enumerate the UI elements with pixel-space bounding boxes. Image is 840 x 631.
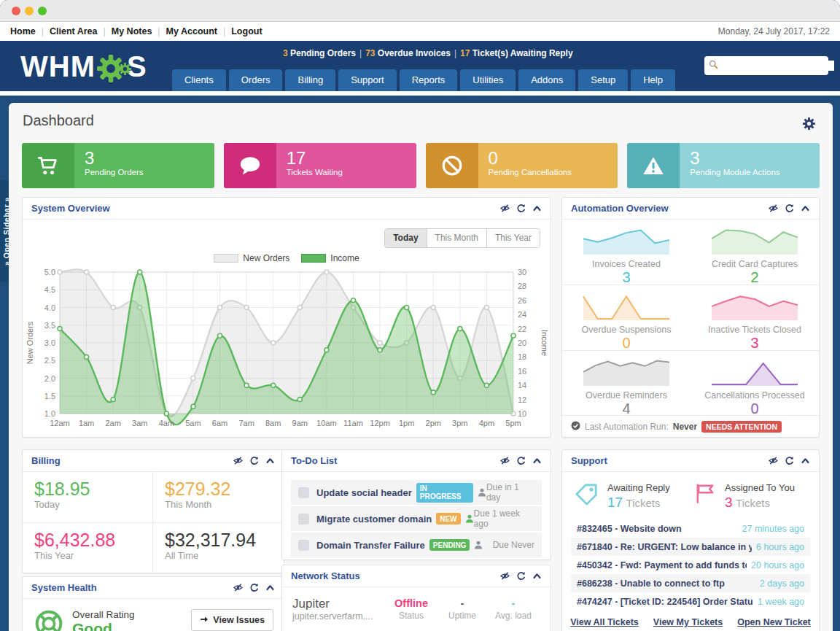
- svg-text:10am: 10am: [316, 419, 337, 427]
- server-row[interactable]: Jupiter jupiter.serverfarm.... Offline S…: [282, 587, 551, 631]
- tile-label: Inactive Tickets Closed: [691, 325, 819, 335]
- hide-panel-icon[interactable]: [769, 456, 778, 465]
- todo-due-date: Due Never: [493, 540, 534, 550]
- hide-panel-icon[interactable]: [233, 583, 243, 592]
- hide-panel-icon[interactable]: [233, 456, 243, 465]
- tile-value: 0: [691, 400, 819, 417]
- overall-rating-label: Overall Rating: [72, 609, 135, 620]
- svg-text:4.5: 4.5: [44, 285, 55, 294]
- stat-card-pending-module-actions[interactable]: 3 Pending Module Actions: [627, 143, 820, 188]
- menubar-link-logout[interactable]: Logout: [231, 26, 262, 36]
- menubar-link-client-area[interactable]: Client Area: [50, 26, 98, 36]
- close-window-button[interactable]: [12, 7, 20, 15]
- collapse-panel-icon[interactable]: [265, 583, 275, 592]
- hide-panel-icon[interactable]: [500, 204, 510, 213]
- support-link-view-my-tickets[interactable]: View My Tickets: [653, 617, 723, 627]
- nav-tab-addons[interactable]: Addons: [518, 69, 575, 91]
- menubar-link-my-notes[interactable]: My Notes: [112, 26, 152, 36]
- panel-network-status: Network Status Jupiter jupiter.serverfar…: [281, 565, 551, 631]
- chart-toggle-this-year[interactable]: This Year: [486, 229, 540, 247]
- check-circle-icon: [571, 421, 580, 433]
- todo-checkbox[interactable]: [298, 540, 309, 551]
- collapse-panel-icon[interactable]: [532, 456, 542, 465]
- ticket-row[interactable]: #832465 - Website down 27 minutes ago: [571, 519, 810, 538]
- search-input[interactable]: [721, 61, 834, 71]
- tile-label: Invoices Created: [562, 259, 691, 269]
- panel-title: To-Do List: [291, 455, 337, 466]
- ticket-row[interactable]: #686238 - Unable to connect to ftp 2 day…: [571, 574, 810, 592]
- legend-item: New Orders: [214, 253, 289, 263]
- nav-tab-orders[interactable]: Orders: [229, 69, 283, 91]
- chart-toggle-today[interactable]: Today: [385, 229, 426, 247]
- collapse-panel-icon[interactable]: [532, 571, 542, 581]
- nav-tab-utilities[interactable]: Utilities: [460, 69, 516, 91]
- billing-period-label: Today: [34, 499, 152, 510]
- refresh-panel-icon[interactable]: [516, 571, 526, 581]
- hide-panel-icon[interactable]: [769, 204, 778, 213]
- stat-label: Tickets Waiting: [287, 168, 416, 177]
- ticket-row[interactable]: #671840 - Re: URGENT: Low balance in you…: [571, 538, 810, 556]
- todo-status-badge: NEW: [436, 513, 460, 524]
- last-automation-run-value: Never: [673, 422, 697, 432]
- menubar-link-my-account[interactable]: My Account: [166, 26, 217, 36]
- search-box[interactable]: [704, 56, 828, 75]
- ticket-row[interactable]: #474247 - [Ticket ID: 224546] Order Stat…: [571, 592, 810, 611]
- nav-tab-setup[interactable]: Setup: [578, 69, 628, 91]
- view-issues-button[interactable]: View Issues: [191, 609, 273, 631]
- tile-value: 2: [691, 269, 819, 285]
- dashboard-settings-gear-icon[interactable]: [803, 117, 815, 133]
- warning-triangle-icon: [627, 143, 680, 188]
- menubar-link-home[interactable]: Home: [10, 26, 36, 36]
- hide-panel-icon[interactable]: [500, 456, 510, 465]
- refresh-panel-icon[interactable]: [785, 456, 794, 465]
- zoom-window-button[interactable]: [38, 7, 47, 15]
- nav-tab-support[interactable]: Support: [338, 69, 397, 91]
- todo-checkbox[interactable]: [298, 514, 309, 524]
- tile-label: Credit Card Captures: [691, 259, 819, 269]
- minimize-window-button[interactable]: [25, 7, 34, 15]
- todo-checkbox[interactable]: [298, 487, 309, 498]
- nav-tab-clients[interactable]: Clients: [172, 69, 226, 91]
- ticket-title: #671840 - Re: URGENT: Low balance in you…: [577, 542, 752, 552]
- stat-card-pending-orders[interactable]: 3 Pending Orders: [22, 143, 214, 188]
- tile-label: Overdue Suspensions: [562, 325, 691, 335]
- network-col-avg-load: - Avg. load: [488, 597, 539, 621]
- current-datetime: Monday, 24 July 2017, 17:22: [718, 26, 830, 36]
- stat-card-tickets-waiting[interactable]: 17 Tickets Waiting: [224, 143, 416, 188]
- collapse-panel-icon[interactable]: [532, 204, 542, 213]
- svg-text:8am: 8am: [265, 419, 281, 427]
- ticket-time: 20 hours ago: [747, 560, 804, 570]
- refresh-panel-icon[interactable]: [516, 204, 526, 213]
- nav-tab-help[interactable]: Help: [631, 69, 675, 91]
- network-col-uptime: - Uptime: [437, 597, 488, 621]
- nav-tab-billing[interactable]: Billing: [285, 69, 335, 91]
- collapse-panel-icon[interactable]: [265, 456, 275, 465]
- header-alerts[interactable]: 3 Pending Orders|73 Overdue Invoices|17 …: [283, 48, 573, 58]
- svg-text:6am: 6am: [212, 419, 228, 427]
- refresh-panel-icon[interactable]: [249, 583, 259, 592]
- tile-value: 3: [691, 335, 819, 351]
- ticket-row[interactable]: #450342 - Fwd: Payment to add funds to R…: [571, 556, 810, 574]
- support-link-view-all-tickets[interactable]: View All Tickets: [570, 617, 639, 627]
- support-link-open-new-ticket[interactable]: Open New Ticket: [737, 617, 811, 627]
- logo-small-gear-icon: [119, 49, 131, 82]
- network-value: -: [437, 597, 488, 609]
- collapse-panel-icon[interactable]: [801, 204, 810, 213]
- collapse-panel-icon[interactable]: [801, 456, 810, 465]
- refresh-panel-icon[interactable]: [516, 456, 526, 465]
- stat-card-pending-cancellations[interactable]: 0 Pending Cancellations: [426, 143, 618, 188]
- chart-toggle-this-month[interactable]: This Month: [427, 229, 486, 247]
- hide-panel-icon[interactable]: [500, 571, 510, 581]
- network-label: Status: [386, 611, 437, 621]
- nav-tab-reports[interactable]: Reports: [400, 69, 458, 91]
- todo-item[interactable]: Domain Transfer Failure PENDING Due Neve…: [291, 533, 542, 559]
- refresh-panel-icon[interactable]: [249, 456, 259, 465]
- todo-item[interactable]: Update social header IN PROGRESS Due in …: [291, 480, 542, 506]
- svg-text:2.0: 2.0: [44, 374, 55, 383]
- refresh-panel-icon[interactable]: [785, 204, 794, 213]
- lifebuoy-icon: [34, 609, 63, 631]
- svg-text:4am: 4am: [159, 419, 174, 427]
- todo-item[interactable]: Migrate customer domain NEW Due 1 week a…: [291, 506, 542, 533]
- network-label: Avg. load: [488, 611, 539, 621]
- whmcs-logo[interactable]: WHM S: [20, 50, 147, 83]
